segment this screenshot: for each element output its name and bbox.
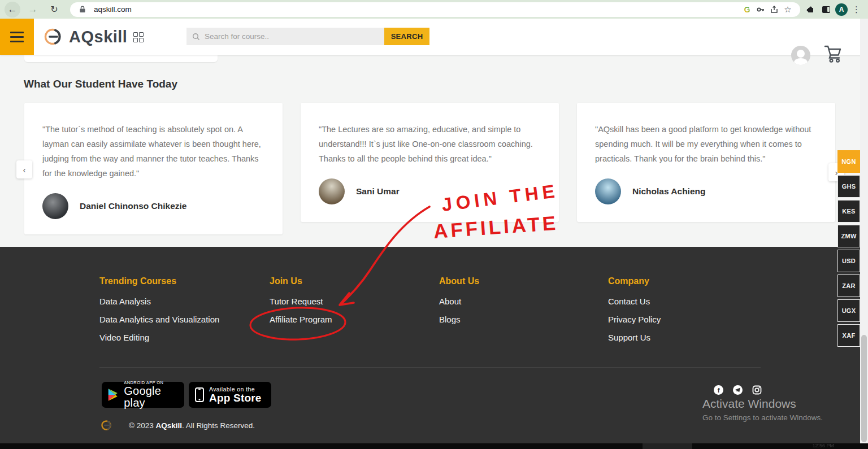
reload-icon[interactable]: ↻ xyxy=(46,2,62,18)
social-icons: f xyxy=(714,385,762,395)
search-icon xyxy=(192,33,200,41)
currency-option-ugx[interactable]: UGX xyxy=(837,299,860,322)
avatar xyxy=(319,178,345,204)
footer-column-about-us: About Us About Blogs xyxy=(439,276,479,333)
testimonial-name: Daniel Chinonso Chikezie xyxy=(80,201,186,211)
brand-logo[interactable]: AQskill xyxy=(43,25,127,48)
footer-link-contact-us[interactable]: Contact Us xyxy=(608,297,661,306)
watermark-subtitle: Go to Settings to activate Windows. xyxy=(702,413,823,422)
currency-option-kes[interactable]: KES xyxy=(837,200,860,223)
testimonial-name: Sani Umar xyxy=(356,186,400,197)
course-search: Search for course.. SEARCH xyxy=(186,28,429,45)
currency-option-zar[interactable]: ZAR xyxy=(837,274,860,297)
forward-icon[interactable]: → xyxy=(25,2,41,18)
footer-heading: About Us xyxy=(439,276,479,286)
app-store-badge[interactable]: Available on the App Store xyxy=(189,382,271,408)
currency-selector: NGN GHS KES ZMW USD ZAR UGX XAF xyxy=(837,150,860,349)
site-footer: Trending Courses Data Analysis Data Anal… xyxy=(0,247,868,443)
lock-icon xyxy=(76,3,89,16)
scrolled-card-remnant xyxy=(24,55,218,62)
url-text[interactable]: aqskill.com xyxy=(94,5,740,14)
footer-link-data-analytics-visualization[interactable]: Data Analytics and Visualization xyxy=(99,315,219,324)
currency-option-zmw[interactable]: ZMW xyxy=(837,225,860,247)
taskbar-clock: 12:56 PM xyxy=(812,443,834,448)
footer-divider xyxy=(99,367,761,368)
page-scrollbar[interactable] xyxy=(860,19,868,443)
testimonial-quote: "The tutor`s method of teaching is absol… xyxy=(42,122,264,181)
avatar xyxy=(595,178,621,204)
search-placeholder: Search for course.. xyxy=(205,32,269,41)
footer-link-about[interactable]: About xyxy=(439,297,479,306)
app-store-main-text: App Store xyxy=(209,393,262,404)
testimonials-title: What Our Student Have Today xyxy=(24,78,177,90)
testimonial-quote: "The Lectures are so amazing, educative,… xyxy=(319,122,541,166)
footer-link-tutor-request[interactable]: Tutor Request xyxy=(270,297,332,306)
footer-column-trending-courses: Trending Courses Data Analysis Data Anal… xyxy=(99,276,219,351)
watermark-title: Activate Windows xyxy=(702,397,823,411)
footer-link-affiliate-program[interactable]: Affiliate Program xyxy=(270,315,332,324)
activate-windows-watermark: Activate Windows Go to Settings to activ… xyxy=(702,397,823,422)
screen: ← → ↻ aqskill.com G ☆ A ⋮ xyxy=(0,0,868,449)
google-play-icon xyxy=(107,387,119,402)
categories-grid-icon[interactable] xyxy=(133,32,146,42)
share-icon[interactable] xyxy=(767,3,781,16)
carousel-prev-button[interactable]: ‹ xyxy=(16,160,32,178)
google-icon[interactable]: G xyxy=(740,3,754,16)
testimonial-card: "The Lectures are so amazing, educative,… xyxy=(301,103,559,222)
cart-icon[interactable] xyxy=(823,44,843,66)
footer-link-support-us[interactable]: Support Us xyxy=(608,333,661,342)
footer-link-data-analysis[interactable]: Data Analysis xyxy=(99,297,219,306)
footer-heading: Join Us xyxy=(270,276,332,286)
telegram-icon[interactable] xyxy=(733,385,743,395)
currency-option-xaf[interactable]: XAF xyxy=(837,324,860,347)
side-panel-icon[interactable] xyxy=(819,3,833,16)
browser-toolbar: ← → ↻ aqskill.com G ☆ A ⋮ xyxy=(0,0,868,19)
brand-name: AQskill xyxy=(69,28,127,46)
testimonial-quote: "AQskill has been a good platform to get… xyxy=(595,122,817,166)
search-button[interactable]: SEARCH xyxy=(384,28,429,45)
site-header: AQskill Search for course.. SEARCH xyxy=(0,19,868,55)
aqskill-logo-icon xyxy=(43,25,68,48)
testimonial-name: Nicholas Achieng xyxy=(632,186,705,197)
extensions-puzzle-icon[interactable] xyxy=(804,3,817,16)
footer-heading: Company xyxy=(608,276,661,286)
browser-profile-avatar[interactable]: A xyxy=(835,3,848,16)
search-input[interactable]: Search for course.. xyxy=(186,28,384,45)
testimonial-card: "AQskill has been a good platform to get… xyxy=(577,103,835,222)
footer-link-video-editing[interactable]: Video Editing xyxy=(99,333,219,342)
testimonial-card: "The tutor`s method of teaching is absol… xyxy=(24,103,283,234)
currency-option-ngn[interactable]: NGN xyxy=(837,150,860,173)
facebook-icon[interactable]: f xyxy=(714,385,723,395)
footer-link-blogs[interactable]: Blogs xyxy=(439,315,479,324)
copyright-text: © 2023 AQskill. All Rights Reserved. xyxy=(129,421,255,430)
chrome-menu-icon[interactable]: ⋮ xyxy=(850,5,865,15)
footer-link-privacy-policy[interactable]: Privacy Policy xyxy=(608,315,661,324)
instagram-icon[interactable] xyxy=(752,385,762,395)
currency-option-ghs[interactable]: GHS xyxy=(837,175,860,198)
footer-heading: Trending Courses xyxy=(99,276,219,286)
hamburger-menu-button[interactable] xyxy=(0,19,34,55)
address-bar[interactable]: aqskill.com G ☆ xyxy=(70,2,800,17)
chrome-actions: A ⋮ xyxy=(804,3,865,16)
back-icon[interactable]: ← xyxy=(5,2,20,18)
bookmark-star-icon[interactable]: ☆ xyxy=(781,3,795,16)
google-play-main-text: Google play xyxy=(124,385,179,409)
app-store-top-text: Available on the xyxy=(209,386,262,393)
google-play-badge[interactable]: ANDROID APP ON Google play xyxy=(102,382,184,408)
currency-option-usd[interactable]: USD xyxy=(837,250,860,272)
footer-column-company: Company Contact Us Privacy Policy Suppor… xyxy=(608,276,661,351)
footer-column-join-us: Join Us Tutor Request Affiliate Program xyxy=(270,276,332,333)
user-avatar[interactable] xyxy=(791,46,810,65)
key-icon[interactable] xyxy=(754,3,767,16)
scrollbar-thumb[interactable] xyxy=(861,335,867,442)
footer-logo-icon xyxy=(101,419,113,431)
avatar xyxy=(42,193,68,219)
taskbar-strip: 12:56 PM xyxy=(0,443,868,449)
copyright-row: © 2023 AQskill. All Rights Reserved. xyxy=(101,419,255,431)
phone-icon xyxy=(194,387,205,403)
